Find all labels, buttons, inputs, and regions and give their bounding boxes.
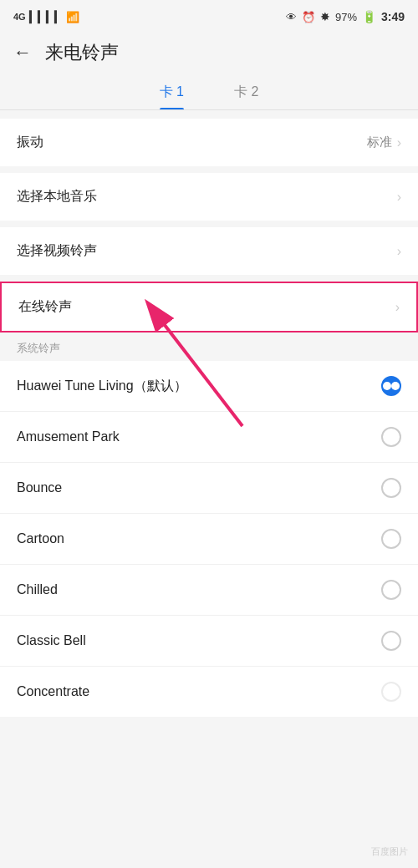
list-item[interactable]: Chilled	[0, 565, 418, 616]
video-ringtone-section: 选择视频铃声 ›	[0, 227, 418, 275]
radio-bounce[interactable]	[381, 478, 401, 498]
ringtone-chilled-label: Chilled	[17, 582, 58, 597]
ringtone-huawei-label: Huawei Tune Living（默认）	[17, 378, 187, 395]
radio-concentrate[interactable]	[381, 682, 401, 702]
page-title: 来电铃声	[45, 40, 119, 65]
list-item[interactable]: Concentrate	[0, 667, 418, 717]
local-music-chevron: ›	[397, 190, 401, 205]
alarm-icon: ⏰	[302, 11, 315, 23]
status-right: 👁 ⏰ ✸ 97% 🔋 3:49	[286, 10, 405, 23]
local-music-label: 选择本地音乐	[17, 188, 97, 206]
radio-dot	[383, 382, 391, 390]
list-item[interactable]: Amusement Park	[0, 412, 418, 463]
system-ringtone-section-label: 系统铃声	[0, 332, 418, 361]
network-type: 4G	[13, 12, 26, 22]
vibration-right: 标准 ›	[367, 135, 401, 150]
video-ringtone-right: ›	[397, 244, 401, 259]
battery-icon: 🔋	[362, 10, 376, 23]
list-item[interactable]: Bounce	[0, 463, 418, 514]
battery-percent: 97%	[335, 11, 357, 23]
ringtone-concentrate-label: Concentrate	[17, 684, 89, 699]
ringtone-list: Huawei Tune Living（默认） Amusement Park Bo…	[0, 361, 418, 717]
vibration-label: 振动	[17, 134, 43, 151]
signal-bars: ▎▎▎▎	[29, 11, 63, 23]
tab-card1[interactable]: 卡 1	[160, 84, 184, 109]
list-item[interactable]: Cartoon	[0, 514, 418, 565]
ringtone-bounce-label: Bounce	[17, 480, 62, 495]
local-music-section: 选择本地音乐 ›	[0, 173, 418, 221]
vibration-value: 标准	[367, 135, 392, 150]
status-left: 4G ▎▎▎▎ 📶	[13, 11, 79, 23]
radio-chilled[interactable]	[381, 580, 401, 600]
ringtone-classicbell-label: Classic Bell	[17, 633, 86, 648]
vibration-section: 振动 标准 ›	[0, 119, 418, 166]
back-button[interactable]: ←	[13, 42, 32, 63]
ringtone-cartoon-label: Cartoon	[17, 531, 64, 546]
status-bar: 4G ▎▎▎▎ 📶 👁 ⏰ ✸ 97% 🔋 3:49	[0, 0, 418, 33]
tab-card2[interactable]: 卡 2	[234, 84, 258, 109]
online-ringtone-right: ›	[395, 300, 400, 315]
vibration-chevron: ›	[397, 135, 401, 150]
header: ← 来电铃声	[0, 33, 418, 75]
wifi-icon: 📶	[66, 11, 79, 23]
local-music-right: ›	[397, 190, 401, 205]
radio-huawei[interactable]	[381, 376, 401, 396]
online-ringtone-chevron: ›	[395, 300, 400, 315]
tabs-container: 卡 1 卡 2	[0, 75, 418, 110]
time-display: 3:49	[381, 10, 405, 23]
online-ringtone-section: 在线铃声 ›	[0, 282, 418, 332]
video-ringtone-chevron: ›	[397, 244, 401, 259]
online-ringtone-item[interactable]: 在线铃声 ›	[2, 283, 416, 331]
local-music-item[interactable]: 选择本地音乐 ›	[0, 173, 418, 221]
bluetooth-icon: ✸	[320, 10, 330, 23]
radio-classicbell[interactable]	[381, 631, 401, 651]
eye-icon: 👁	[286, 11, 297, 23]
radio-cartoon[interactable]	[381, 529, 401, 549]
list-item[interactable]: Classic Bell	[0, 616, 418, 667]
radio-amusement[interactable]	[381, 427, 401, 447]
video-ringtone-item[interactable]: 选择视频铃声 ›	[0, 227, 418, 275]
online-ringtone-label: 在线铃声	[18, 298, 72, 316]
video-ringtone-label: 选择视频铃声	[17, 242, 97, 260]
watermark: 百度图片	[371, 845, 408, 858]
vibration-item[interactable]: 振动 标准 ›	[0, 119, 418, 166]
ringtone-amusement-label: Amusement Park	[17, 429, 120, 444]
list-item[interactable]: Huawei Tune Living（默认）	[0, 361, 418, 412]
